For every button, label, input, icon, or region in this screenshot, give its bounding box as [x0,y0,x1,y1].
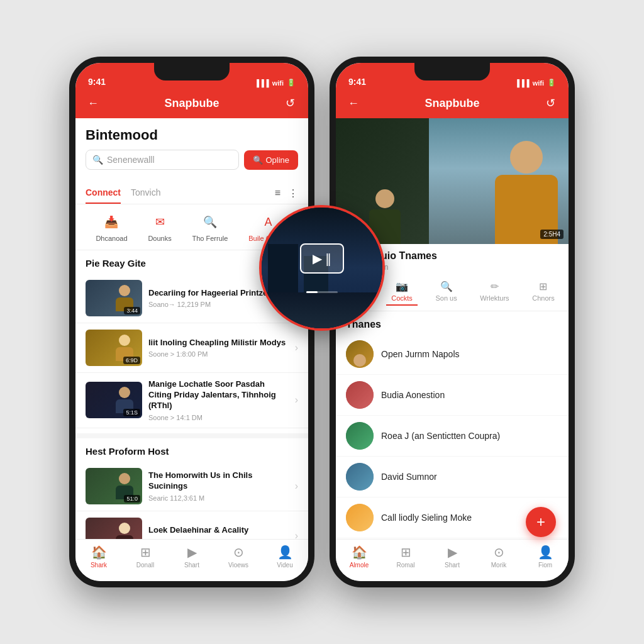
nav-shart[interactable]: ▶ Shart [176,545,208,569]
nav-label-romal: Romal [397,562,415,569]
search-input-wrap[interactable]: 🔍 Senenewalll [86,150,239,170]
nav-label-shark: Shark [91,562,107,569]
chevron-right-3: › [295,394,298,406]
player-controls: ▶ ‖ [300,243,345,293]
category-dhcanoad[interactable]: 📥 Dhcanoad [96,212,127,242]
cat-icon-dhcanoad: 📥 [101,212,121,232]
tab-sonus[interactable]: 🔍 Son us [430,278,462,306]
nav-shart-right[interactable]: ▶ Shart [436,545,468,569]
duration-badge-1: 3:44 [124,307,140,314]
avatar-5 [346,504,374,531]
app-title-right: Snapbube [425,97,479,110]
search-icon-tab: 🔍 [440,280,453,292]
duration-badge-3: 5:1S [123,409,140,416]
home-icon-left: 🏠 [91,545,107,560]
contact-item-1[interactable]: Open Jurnm Napols [336,334,569,375]
progress-fill [306,291,317,293]
battery-icon-right: 🔋 [547,79,556,87]
contact-item-2[interactable]: Budia Aonestion [336,375,569,416]
video-info-3: Manige Lochatle Soor Pasdah Citing Prida… [148,379,289,421]
play-pause-button[interactable]: ▶ ‖ [300,243,345,274]
chevron-right-2: › [295,342,298,353]
nav-label-almole: Almole [350,562,369,569]
contact-item-4[interactable]: David Sumnor [336,457,569,497]
video-thumb-5: 51:8 [86,518,142,539]
hero-head [510,141,543,174]
fab-button[interactable]: + [526,507,556,537]
contact-name-4: David Sumnor [381,472,437,482]
refresh-button-left[interactable]: ↺ [283,96,298,111]
play-icon-left: ▶ [187,545,197,560]
nav-videu[interactable]: 👤 Videu [269,545,301,569]
category-dounks[interactable]: ✉ Dounks [148,212,171,242]
nav-romal[interactable]: ⊞ Romal [390,545,421,569]
page-title: Bintemood [86,127,298,143]
nav-vioews[interactable]: ⊙ Vioews [223,545,254,569]
zoom-circle: ▶ ‖ [259,205,385,331]
tab-tonvich[interactable]: Tonvich [131,182,160,204]
battery-icon: 🔋 [287,79,296,87]
hero-right-bg [429,118,569,244]
tab-label-sonus: Son us [435,294,457,302]
search-button[interactable]: 🔍 Opline [244,150,298,170]
time-left: 9:41 [88,77,106,87]
back-button-right[interactable]: ← [346,96,361,111]
status-icons-right: ▐▐▐ wifi 🔋 [514,79,556,87]
video-info-4: The Homorwith Us in Chils Sucinings Sear… [148,470,289,502]
building-1 [268,244,298,292]
wifi-icon-right: wifi [533,79,544,87]
tab-icons: ≡ ⋮ [275,187,298,199]
back-button-left[interactable]: ← [86,96,101,111]
zoom-circle-content: ▶ ‖ [262,208,382,328]
contact-name-2: Budia Aonestion [381,390,445,400]
menu-icon[interactable]: ≡ [275,187,280,199]
video-meta-3: Soone > 14:1 DM [148,414,289,421]
nav-almole[interactable]: 🏠 Almole [343,545,375,569]
video-title-5: Loek Delaehinar & Acality [148,525,289,536]
avatar-4 [346,463,374,491]
duration-badge-4: 51:0 [124,495,140,502]
video-item[interactable]: 6:9D liit Inoling Cheapling Milistir Mod… [75,323,308,373]
video-title-4: The Homorwith Us in Chils Sucinings [148,470,289,492]
nav-shark[interactable]: 🏠 Shark [83,545,114,569]
avatar-3 [346,422,374,450]
chevron-right-4: › [295,480,298,492]
signal-icon: ▐▐▐ [254,79,269,87]
nav-label-donall: Donall [136,562,154,569]
app-header-right: ← Snapbube ↺ [336,91,569,118]
page-title-area: Bintemood 🔍 Senenewalll 🔍 Opline [75,118,308,182]
tab-cockts[interactable]: 📷 Cockts [386,278,418,306]
video-meta-2: Soone > 1:8:00 PM [148,350,289,358]
contact-item-3[interactable]: Roea J (an Sentictten Coupra) [336,416,569,457]
nav-label-fiom: Fiom [538,562,552,569]
video-item[interactable]: 51:0 The Homorwith Us in Chils Sucinings… [75,462,308,511]
section2-title: Hest Proform Host [75,438,308,462]
video-item[interactable]: 51:8 Loek Delaehinar & Acality Soone 112… [75,511,308,539]
section-bg [75,433,308,438]
nav-morik[interactable]: ⊙ Morik [483,545,514,569]
cat-label-ferrule: Tho Ferrule [192,235,228,242]
more-icon[interactable]: ⋮ [288,187,298,199]
avatar-1 [346,340,374,368]
zoom-bg: ▶ ‖ [262,208,382,328]
wifi-icon: wifi [272,79,284,87]
search-placeholder: Senenewalll [107,155,155,165]
video-thumb-4: 51:0 [86,468,142,504]
play-icon-right: ▶ [448,545,457,560]
video-thumb-1: 3:44 [86,280,142,316]
nav-fiom[interactable]: 👤 Fiom [530,545,561,569]
nav-donall[interactable]: ⊞ Donall [130,545,161,569]
person-icon-right: 👤 [538,545,553,560]
nav-label-morik: Morik [491,562,506,569]
home-icon-right: 🏠 [352,545,367,560]
tab-chnors[interactable]: ⊞ Chnors [527,278,559,306]
category-ferrule[interactable]: 🔍 Tho Ferrule [192,212,228,242]
refresh-button-right[interactable]: ↺ [543,96,558,111]
time-right: 9:41 [348,77,366,87]
tab-label-cockts: Cockts [391,294,413,302]
tab-wrlekturs[interactable]: ✏ Wrlekturs [475,278,514,306]
cat-label-dounks: Dounks [148,235,171,242]
ground [262,292,382,329]
tab-connect[interactable]: Connect [86,182,121,204]
video-item[interactable]: 5:1S Manige Lochatle Soor Pasdah Citing … [75,373,308,428]
